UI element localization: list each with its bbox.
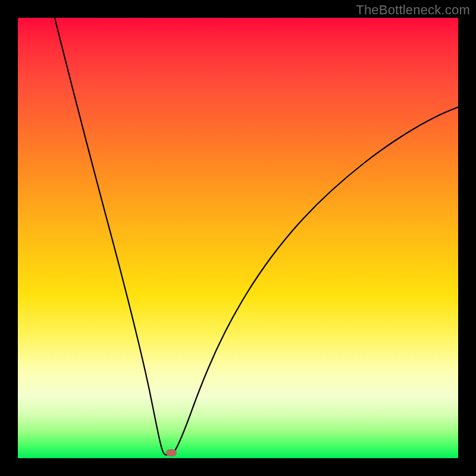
watermark-text: TheBottleneck.com — [356, 2, 470, 18]
curve-layer — [18, 18, 458, 458]
optimum-marker — [166, 449, 177, 456]
plot-frame — [18, 18, 458, 458]
bottleneck-curve — [55, 18, 458, 455]
chart-stage: TheBottleneck.com — [0, 0, 476, 476]
